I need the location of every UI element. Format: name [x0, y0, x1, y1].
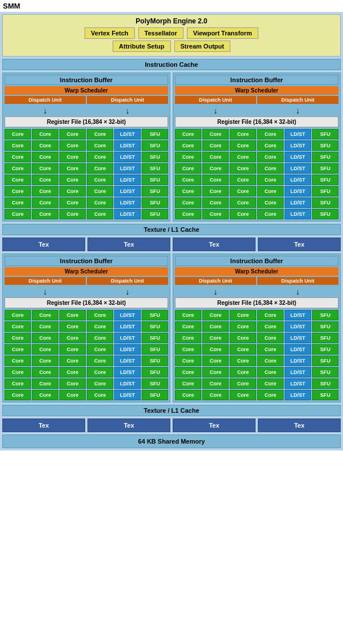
- tex-cell-1: Tex: [2, 238, 85, 251]
- top-sm-container: Instruction Buffer Warp Scheduler Dispat…: [2, 73, 341, 222]
- core-cell: Core: [202, 140, 229, 151]
- core-cell: Core: [257, 333, 284, 343]
- core-cell: Core: [230, 333, 256, 343]
- ldst-cell: LD/ST: [285, 390, 311, 400]
- dispatch-arrows-4: ↓ ↓: [175, 287, 338, 296]
- cores-grid-3: Core Core Core Core LD/ST SFU Core Core …: [5, 310, 168, 400]
- sfu-cell: SFU: [142, 379, 168, 389]
- cores-grid-2: Core Core Core Core LD/ST SFU Core Core …: [175, 129, 338, 219]
- core-cell: Core: [202, 198, 229, 208]
- core-cell: Core: [175, 344, 201, 355]
- dispatch-arrows-1: ↓ ↓: [5, 106, 168, 115]
- core-cell: Core: [175, 152, 201, 162]
- core-cell: Core: [202, 321, 229, 332]
- core-row: Core Core Core Core LD/ST SFU: [175, 333, 338, 343]
- core-cell: Core: [32, 310, 58, 320]
- core-cell: Core: [32, 140, 58, 151]
- polymorph-engine: PolyMorph Engine 2.0 Vertex Fetch Tessel…: [2, 14, 341, 57]
- ldst-cell: LD/ST: [114, 333, 141, 343]
- dispatch-unit-4a: Dispatch Unit: [175, 277, 256, 285]
- core-row: Core Core Core Core LD/ST SFU: [175, 310, 338, 320]
- core-row: Core Core Core Core LD/ST SFU: [5, 186, 168, 196]
- core-cell: Core: [59, 333, 86, 343]
- core-cell: Core: [87, 379, 113, 389]
- sfu-cell: SFU: [142, 333, 168, 343]
- ldst-cell: LD/ST: [285, 356, 311, 366]
- core-cell: Core: [59, 163, 86, 174]
- ldst-cell: LD/ST: [114, 310, 141, 320]
- bottom-sm-container: Instruction Buffer Warp Scheduler Dispat…: [2, 253, 341, 402]
- arrow-4a: ↓: [175, 287, 256, 296]
- dispatch-unit-2b: Dispatch Unit: [257, 96, 338, 104]
- arrow-2b: ↓: [257, 106, 338, 115]
- core-cell: Core: [257, 186, 284, 196]
- ldst-cell: LD/ST: [114, 140, 141, 151]
- ldst-cell: LD/ST: [285, 129, 311, 139]
- core-row: Core Core Core Core LD/ST SFU: [5, 198, 168, 208]
- core-cell: Core: [32, 367, 58, 377]
- core-cell: Core: [175, 379, 201, 389]
- sfu-cell: SFU: [142, 356, 168, 366]
- shared-memory-bar: 64 KB Shared Memory: [2, 434, 341, 448]
- core-cell: Core: [257, 140, 284, 151]
- core-cell: Core: [175, 390, 201, 400]
- core-row: Core Core Core Core LD/ST SFU: [175, 140, 338, 151]
- core-cell: Core: [5, 175, 31, 185]
- core-cell: Core: [202, 175, 229, 185]
- core-cell: Core: [87, 333, 113, 343]
- core-cell: Core: [59, 390, 86, 400]
- core-row: Core Core Core Core LD/ST SFU: [175, 344, 338, 355]
- ldst-cell: LD/ST: [285, 367, 311, 377]
- core-cell: Core: [202, 379, 229, 389]
- ldst-cell: LD/ST: [114, 390, 141, 400]
- core-row: Core Core Core Core LD/ST SFU: [175, 356, 338, 366]
- core-row: Core Core Core Core LD/ST SFU: [5, 310, 168, 320]
- core-cell: Core: [257, 310, 284, 320]
- ldst-cell: LD/ST: [114, 321, 141, 332]
- core-row: Core Core Core Core LD/ST SFU: [175, 198, 338, 208]
- core-cell: Core: [257, 129, 284, 139]
- sfu-cell: SFU: [312, 344, 338, 355]
- core-row: Core Core Core Core LD/ST SFU: [5, 129, 168, 139]
- dispatch-row-1: Dispatch Unit Dispatch Unit: [5, 96, 168, 104]
- smm-label: SMM: [0, 0, 343, 12]
- core-cell: Core: [32, 186, 58, 196]
- core-cell: Core: [175, 333, 201, 343]
- core-cell: Core: [202, 333, 229, 343]
- dispatch-unit-2a: Dispatch Unit: [175, 96, 256, 104]
- core-cell: Core: [230, 186, 256, 196]
- sfu-cell: SFU: [142, 186, 168, 196]
- ldst-cell: LD/ST: [114, 209, 141, 219]
- core-row: Core Core Core Core LD/ST SFU: [5, 209, 168, 219]
- core-cell: Core: [87, 140, 113, 151]
- core-cell: Core: [202, 344, 229, 355]
- ldst-cell: LD/ST: [285, 344, 311, 355]
- core-cell: Core: [230, 163, 256, 174]
- core-row: Core Core Core Core LD/ST SFU: [5, 390, 168, 400]
- warp-scheduler-2: Warp Scheduler: [175, 86, 338, 95]
- poly-row-1: Vertex Fetch Tessellator Viewport Transf…: [4, 27, 339, 39]
- arrow-1a: ↓: [5, 106, 86, 115]
- ldst-cell: LD/ST: [285, 209, 311, 219]
- sfu-cell: SFU: [142, 209, 168, 219]
- core-cell: Core: [257, 152, 284, 162]
- ldst-cell: LD/ST: [285, 333, 311, 343]
- sm-block-4: Instruction Buffer Warp Scheduler Dispat…: [173, 253, 341, 402]
- sfu-cell: SFU: [312, 186, 338, 196]
- ldst-cell: LD/ST: [114, 129, 141, 139]
- core-cell: Core: [230, 175, 256, 185]
- tex-row-bottom: Tex Tex Tex Tex: [2, 418, 341, 432]
- core-cell: Core: [32, 152, 58, 162]
- core-cell: Core: [175, 356, 201, 366]
- core-cell: Core: [257, 344, 284, 355]
- sfu-cell: SFU: [312, 390, 338, 400]
- core-cell: Core: [257, 356, 284, 366]
- core-cell: Core: [32, 163, 58, 174]
- instr-buffer-3: Instruction Buffer: [5, 256, 168, 266]
- core-cell: Core: [175, 175, 201, 185]
- dispatch-unit-3a: Dispatch Unit: [5, 277, 86, 285]
- core-cell: Core: [59, 344, 86, 355]
- core-cell: Core: [202, 209, 229, 219]
- core-cell: Core: [230, 140, 256, 151]
- core-cell: Core: [87, 356, 113, 366]
